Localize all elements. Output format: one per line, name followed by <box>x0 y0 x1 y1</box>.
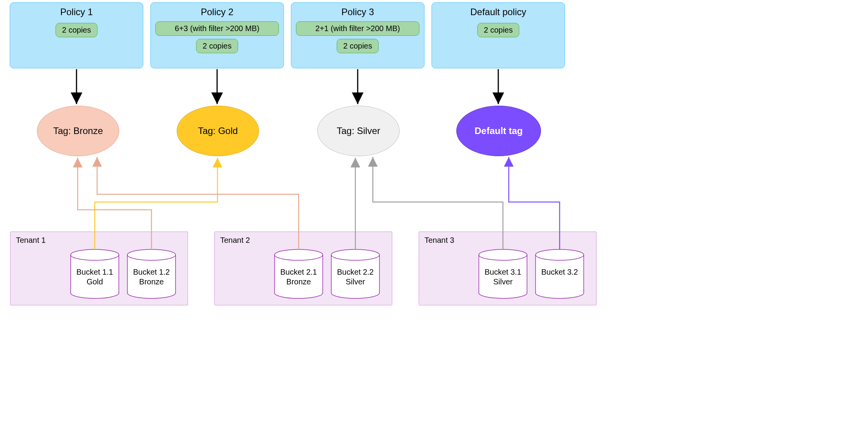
svg-point-4 <box>71 249 119 260</box>
policy-2-pill-0: 6+3 (with filter >200 MB) <box>155 21 279 36</box>
svg-point-9 <box>127 249 176 260</box>
policy-2-pill-1: 2 copies <box>196 39 238 53</box>
bucket-2-1: Bucket 2.1 Bronze <box>273 249 324 299</box>
tag-default-label: Default tag <box>475 125 523 136</box>
bucket-3-1-name: Bucket 3.1 <box>485 268 522 276</box>
policy-1-box: Policy 1 2 copies <box>10 2 143 68</box>
bucket-3-1-tag: Silver <box>493 277 513 286</box>
bucket-1-2-name: Bucket 1.2 <box>133 268 170 276</box>
policy-1-pill-0: 2 copies <box>56 23 98 37</box>
svg-point-19 <box>331 249 379 260</box>
tenant-3-label: Tenant 3 <box>424 236 454 245</box>
svg-point-24 <box>479 249 527 260</box>
tag-default: Default tag <box>456 106 541 156</box>
policy-default-pill-0: 2 copies <box>477 23 520 37</box>
policy-1-title: Policy 1 <box>10 7 143 17</box>
tag-gold: Tag: Gold <box>177 106 259 156</box>
policy-2-title: Policy 2 <box>151 7 284 17</box>
policy-3-title: Policy 3 <box>291 7 424 17</box>
tag-bronze-label: Tag: Bronze <box>53 125 103 136</box>
bucket-3-2-name: Bucket 3.2 <box>541 268 578 276</box>
policy-default-title: Default policy <box>432 7 565 17</box>
tag-gold-label: Tag: Gold <box>198 125 238 136</box>
policy-default-box: Default policy 2 copies <box>431 2 565 68</box>
bucket-1-2: Bucket 1.2 Bronze <box>126 249 177 299</box>
bucket-1-1-tag: Gold <box>87 277 103 286</box>
svg-point-14 <box>275 249 323 260</box>
tenant-2-label: Tenant 2 <box>220 236 250 245</box>
bucket-2-1-name: Bucket 2.1 <box>280 268 317 276</box>
bucket-3-1: Bucket 3.1 Silver <box>478 249 528 299</box>
policy-3-pill-1: 2 copies <box>337 39 379 53</box>
bucket-2-2-name: Bucket 2.2 <box>337 268 374 276</box>
bucket-2-1-tag: Bronze <box>286 277 311 286</box>
bucket-2-2: Bucket 2.2 Silver <box>330 249 381 299</box>
tag-silver-label: Tag: Silver <box>337 125 380 136</box>
bucket-1-2-tag: Bronze <box>139 277 164 286</box>
policy-3-pill-0: 2+1 (with filter >200 MB) <box>296 21 419 36</box>
diagram-canvas: Policy 1 2 copies Policy 2 6+3 (with fil… <box>0 0 607 307</box>
bucket-2-2-tag: Silver <box>346 277 365 286</box>
bucket-3-2: Bucket 3.2 <box>534 249 585 299</box>
tag-silver: Tag: Silver <box>317 106 400 156</box>
policy-3-box: Policy 3 2+1 (with filter >200 MB) 2 cop… <box>291 2 424 68</box>
bucket-1-1-name: Bucket 1.1 <box>77 268 113 276</box>
bucket-1-1: Bucket 1.1 Gold <box>70 249 120 299</box>
policy-2-box: Policy 2 6+3 (with filter >200 MB) 2 cop… <box>150 2 284 68</box>
tag-bronze: Tag: Bronze <box>37 106 119 156</box>
svg-point-29 <box>536 249 584 260</box>
tenant-1-label: Tenant 1 <box>16 236 46 245</box>
